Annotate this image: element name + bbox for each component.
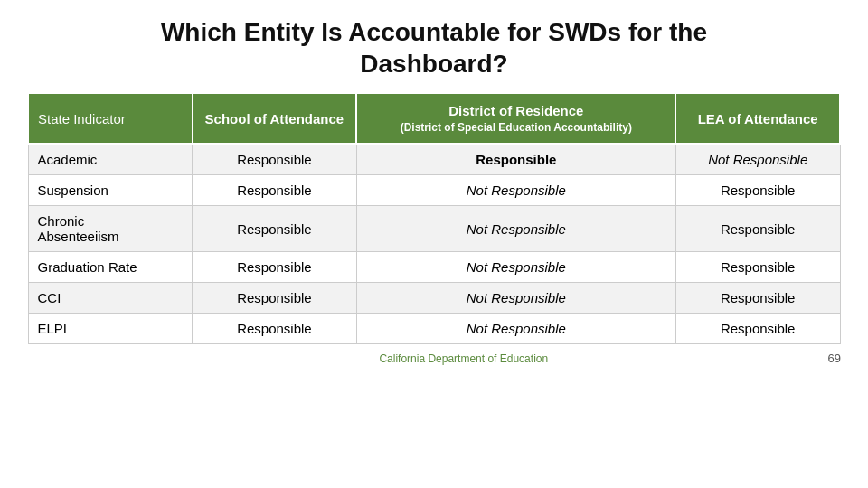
cell-lea: Responsible [675,206,840,252]
table-row: ELPIResponsibleNot ResponsibleResponsibl… [28,314,840,344]
header-school: School of Attendance [193,93,357,144]
footer-page: 69 [828,352,841,365]
cell-indicator: Academic [28,144,193,175]
header-lea: LEA of Attendance [675,93,840,144]
cell-district: Responsible [356,144,675,175]
table-row: CCIResponsibleNot ResponsibleResponsible [28,283,840,314]
cell-district: Not Responsible [356,252,675,283]
cell-indicator: ELPI [28,314,193,344]
page-title: Which Entity Is Accountable for SWDs for… [161,16,707,80]
table-row: AcademicResponsibleResponsibleNot Respon… [28,144,840,175]
cell-school: Responsible [193,314,357,344]
table-body: AcademicResponsibleResponsibleNot Respon… [28,144,840,344]
cell-lea: Responsible [675,283,840,314]
cell-indicator: CCI [28,283,193,314]
cell-district: Not Responsible [356,314,675,344]
cell-district: Not Responsible [356,206,675,252]
cell-school: Responsible [193,144,357,175]
cell-lea: Responsible [675,314,840,344]
cell-district: Not Responsible [356,175,675,206]
table-row: SuspensionResponsibleNot ResponsibleResp… [28,175,840,206]
cell-indicator: Chronic Absenteeiism [28,206,193,252]
cell-lea: Responsible [675,175,840,206]
title-line2: Dashboard? [360,50,507,78]
table-row: Chronic AbsenteeiismResponsibleNot Respo… [28,206,840,252]
cell-school: Responsible [193,283,357,314]
cell-school: Responsible [193,252,357,283]
footer: California Department of Education 69 [27,352,841,365]
accountability-table: State Indicator School of Attendance Dis… [27,92,841,344]
cell-school: Responsible [193,206,357,252]
cell-lea: Responsible [675,252,840,283]
title-line1: Which Entity Is Accountable for SWDs for… [161,18,707,46]
cell-school: Responsible [193,175,357,206]
header-district: District of Residence (District of Speci… [356,93,675,144]
cell-indicator: Graduation Rate [28,252,193,283]
table-row: Graduation RateResponsibleNot Responsibl… [28,252,840,283]
cell-district: Not Responsible [356,283,675,314]
footer-org: California Department of Education [99,352,828,365]
cell-indicator: Suspension [28,175,193,206]
header-state-indicator: State Indicator [28,93,193,144]
page: Which Entity Is Accountable for SWDs for… [0,0,868,488]
cell-lea: Not Responsible [675,144,840,175]
